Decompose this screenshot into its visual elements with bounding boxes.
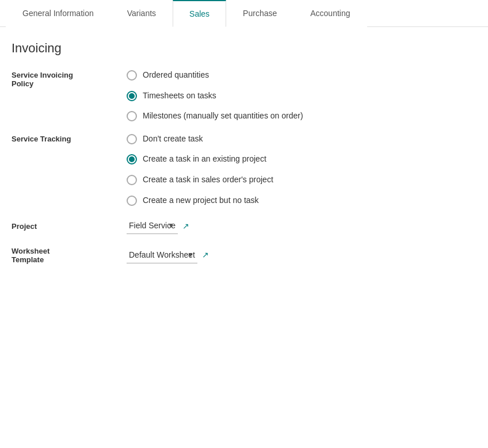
radio-btn-milestones[interactable] [127,111,137,121]
radio-btn-no-task[interactable] [127,134,137,144]
tab-purchase[interactable]: Purchase [226,0,293,27]
radio-new-project-no-task[interactable]: Create a new project but no task [127,195,476,206]
radio-btn-new-project[interactable] [127,196,137,206]
worksheet-template-label: Worksheet Template [12,246,127,264]
radio-btn-ordered[interactable] [127,70,137,81]
project-external-link-icon[interactable]: ↗ [182,221,189,231]
radio-timesheets-on-tasks[interactable]: Timesheets on tasks [127,90,476,102]
radio-btn-existing-project[interactable] [127,154,137,164]
worksheet-template-external-link-icon[interactable]: ↗ [202,250,209,259]
worksheet-template-select-row: Default Worksheet ▼ ↗ [127,247,209,263]
tabs-bar: General Information Variants Sales Purch… [0,0,488,27]
section-title-invoicing: Invoicing [12,41,476,56]
project-select-container[interactable]: Field Service ▼ [127,217,178,234]
service-tracking-options: Don't create task Create a task in an ex… [127,133,476,206]
radio-btn-timesheets[interactable] [127,91,137,101]
worksheet-template-group: Worksheet Template Default Worksheet ▼ ↗ [12,246,476,264]
service-tracking-label: Service Tracking [12,133,127,143]
service-tracking-group: Service Tracking Don't create task Creat… [12,133,476,206]
service-invoicing-policy-options: Ordered quantities Timesheets on tasks M… [127,70,476,122]
radio-create-task-existing-project[interactable]: Create a task in an existing project [127,154,476,165]
project-label: Project [12,221,127,231]
project-select-row: Field Service ▼ ↗ [127,217,189,234]
radio-btn-sales-order-project[interactable] [127,175,137,185]
radio-create-task-sales-order-project[interactable]: Create a task in sales order's project [127,174,476,186]
radio-dont-create-task[interactable]: Don't create task [127,133,476,145]
radio-milestones[interactable]: Milestones (manually set quantities on o… [127,110,476,122]
worksheet-template-select-container[interactable]: Default Worksheet ▼ [127,247,197,263]
main-content: Invoicing Service Invoicing Policy Order… [0,27,488,289]
tab-sales[interactable]: Sales [173,0,226,27]
service-invoicing-policy-label: Service Invoicing Policy [12,70,127,88]
tab-general-information[interactable]: General Information [6,0,110,27]
tab-variants[interactable]: Variants [110,0,173,27]
service-invoicing-policy-group: Service Invoicing Policy Ordered quantit… [12,70,476,122]
project-dropdown-arrow[interactable]: ▼ [167,221,174,229]
radio-ordered-quantities[interactable]: Ordered quantities [127,70,476,81]
tab-accounting[interactable]: Accounting [293,0,367,27]
project-group: Project Field Service ▼ ↗ [12,217,476,234]
worksheet-template-dropdown-arrow[interactable]: ▼ [187,251,194,259]
